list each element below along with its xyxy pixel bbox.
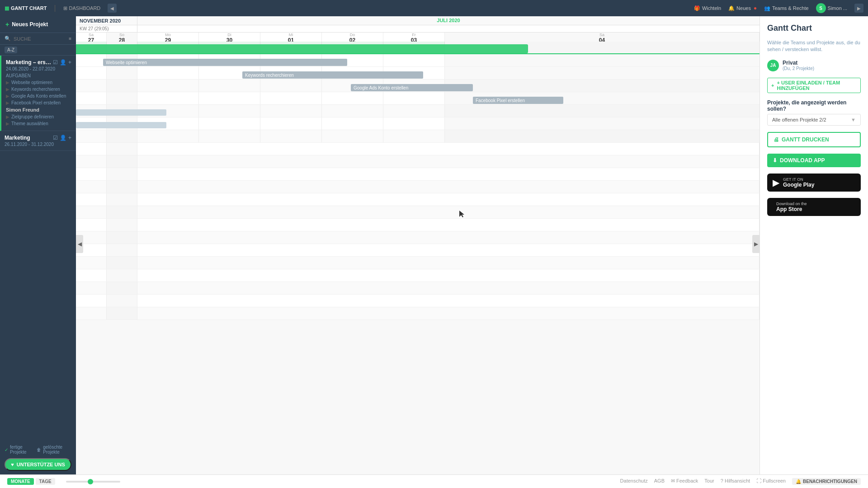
sort-bar: A-Z: [0, 45, 76, 56]
geloschte-projekte-legend: 🗑 gelöschte Projekte: [37, 445, 71, 455]
search-icon: 🔍: [5, 36, 11, 42]
print-gantt-button[interactable]: 🖨 GANTT DRUCKEN: [767, 132, 861, 147]
search-input[interactable]: [14, 36, 66, 42]
tour-link[interactable]: Tour: [704, 478, 714, 485]
agb-link[interactable]: AGB: [654, 478, 665, 485]
week-spacer: [137, 25, 760, 32]
sidebar-footer: ✓ fertige Projekte 🗑 gelöschte Projekte …: [0, 441, 76, 474]
wichteln-item[interactable]: 🎁 Wichteln: [694, 5, 721, 11]
dashboard-icon: ⊞: [63, 5, 67, 11]
task-row-8: [76, 155, 760, 168]
user-name-label: Simon ...: [828, 5, 847, 11]
projects-section-title: Projekte, die angezeigt werden sollen?: [767, 99, 861, 112]
arrow-icon: ▶: [6, 87, 9, 92]
day-name-30: Di: [227, 33, 231, 37]
benachrichtigungen-button[interactable]: 🔔 BENACHRICHTIGUNGEN: [792, 478, 861, 485]
task-row-3: [76, 92, 760, 105]
project-actions-1: ☑ 👤 +: [53, 59, 71, 66]
dashboard-label: DASHBOARD: [69, 5, 101, 11]
download-app-button[interactable]: ⬇ DOWNLOAD APP: [767, 154, 861, 167]
print-label: GANTT DRUCKEN: [782, 136, 829, 143]
sidebar: + Neues Projekt 🔍 ≡ A-Z Marketing – erst…: [0, 16, 76, 474]
person-task-1-2[interactable]: ▶ Theme auswählen: [6, 120, 71, 127]
arrow-icon: ▶: [6, 121, 9, 126]
neues-item[interactable]: 🔔 Neues: [728, 5, 757, 11]
fertige-label: fertige Projekte: [10, 445, 33, 455]
nav-dashboard[interactable]: ⊞ DASHBOARD: [63, 5, 101, 11]
project-more-icon-1[interactable]: +: [68, 59, 71, 66]
view-monate-label: MONATE: [11, 479, 30, 484]
task-row-19: [76, 295, 760, 307]
brand-icon: ▦: [5, 5, 9, 11]
task-item-1-4[interactable]: ▶ Facebook Pixel erstellen: [6, 99, 71, 106]
sort-label: A-Z: [7, 47, 14, 52]
task-item-1-2[interactable]: ▶ Keywords recherchieren: [6, 86, 71, 93]
sidebar-legend: ✓ fertige Projekte 🗑 gelöschte Projekte: [5, 445, 71, 455]
feedback-icon: ✉: [671, 478, 675, 483]
day-name-29: Mo: [165, 33, 171, 37]
project-user-icon-2[interactable]: 👤: [60, 135, 66, 141]
bell-icon: 🔔: [796, 479, 801, 484]
project-dates-2: 26.11.2020 - 31.12.2020: [5, 142, 71, 147]
gantt-right-arrow[interactable]: ▶: [752, 235, 760, 253]
help-icon: ?: [721, 478, 723, 483]
project-user-icon-1[interactable]: 👤: [60, 59, 66, 66]
task-name-1-4: Facebook Pixel erstellen: [11, 100, 61, 105]
day-name-28: So: [119, 33, 124, 37]
project-item-2[interactable]: Marketing ☑ 👤 + 26.11.2020 - 31.12.2020: [0, 131, 76, 151]
gantt-left-arrow[interactable]: ◀: [76, 235, 83, 253]
project-more-icon-2[interactable]: +: [68, 135, 71, 141]
feedback-link[interactable]: ✉ Feedback: [671, 478, 698, 485]
day-name-03: Fr: [412, 33, 416, 37]
gantt-months-container: NOVEMBER 2020 JULI 2020 KW 27 (29:05): [76, 16, 760, 41]
zoom-slider[interactable]: [66, 481, 120, 483]
gantt-body[interactable]: Webseite optimieren Keywords recherchier…: [76, 42, 760, 474]
hilfsansicht-link[interactable]: ? Hilfsansicht: [721, 478, 750, 485]
day-name-01: Mi: [289, 33, 293, 37]
google-play-text: GET IT ON Google Play: [783, 177, 814, 188]
view-tage-label: TAGE: [39, 479, 52, 484]
task-item-1-1[interactable]: ▶ Webseite optimieren: [6, 79, 71, 86]
task-item-1-3[interactable]: ▶ Google Ads Konto erstellen: [6, 93, 71, 99]
projects-dropdown[interactable]: Alle offenen Projekte 2/2 ▼: [767, 114, 861, 126]
download-label: DOWNLOAD APP: [780, 157, 825, 164]
expand-panel-button[interactable]: ▶: [854, 4, 863, 13]
week-row: KW 27 (29:05): [76, 25, 760, 33]
project-name-1: Marketing – erste...: [6, 59, 53, 66]
new-project-button[interactable]: + Neues Projekt: [0, 16, 76, 33]
person-task-1-1[interactable]: ▶ Zielgruppe definieren: [6, 113, 71, 120]
view-monate-button[interactable]: MONATE: [7, 478, 34, 485]
task-row-18: [76, 282, 760, 295]
sort-az-button[interactable]: A-Z: [5, 47, 17, 53]
teams-rechte-item[interactable]: 👥 Teams & Rechte: [764, 5, 809, 11]
datenschutz-link[interactable]: Datenschutz: [620, 478, 648, 485]
nav-brand[interactable]: ▦ GANTT CHART: [5, 5, 47, 11]
zoom-thumb[interactable]: [88, 479, 93, 484]
geloschte-label: gelöschte Projekte: [43, 445, 71, 455]
task-row-6: [76, 130, 760, 143]
project-actions-2: ☑ 👤 +: [53, 135, 71, 141]
view-tage-button[interactable]: TAGE: [36, 478, 55, 485]
project-item-1[interactable]: Marketing – erste... ☑ 👤 + 24.06.2020 - …: [0, 56, 76, 131]
user-item[interactable]: S Simon ...: [816, 3, 847, 13]
app-store-text: Download on the App Store: [776, 202, 807, 212]
top-nav: ▦ GANTT CHART | ⊞ DASHBOARD ◀ 🎁 Wichteln…: [0, 0, 868, 16]
collapse-sidebar-button[interactable]: ◀: [108, 4, 117, 13]
google-play-main: Google Play: [783, 182, 814, 188]
view-toggle: MONATE TAGE: [7, 478, 55, 485]
fullscreen-link[interactable]: ⛶ Fullscreen: [756, 478, 786, 485]
google-play-button[interactable]: ▶ GET IT ON Google Play: [767, 174, 861, 192]
day-name-02: Do: [350, 33, 355, 37]
app-store-button[interactable]: Download on the App Store: [767, 198, 861, 216]
project-checkbox-icon-2[interactable]: ☑: [53, 135, 58, 141]
plus-icon: +: [5, 21, 9, 28]
bottom-links: Datenschutz AGB ✉ Feedback Tour ? Hilfsa…: [620, 478, 861, 485]
support-button[interactable]: ♥ UNTERSTÜTZE UNS: [5, 458, 71, 471]
person-task-name-1-2: Theme auswählen: [11, 121, 48, 126]
add-user-button[interactable]: + + USER EINLADEN / TEAM HINZUFÜGEN: [767, 78, 861, 93]
project-gantt-row-1: [76, 42, 760, 54]
project-checkbox-icon-1[interactable]: ☑: [53, 59, 58, 66]
month-label-jul: JULI 2020: [137, 16, 760, 25]
person-task-name-1-1: Zielgruppe definieren: [11, 114, 54, 119]
feedback-label: Feedback: [676, 478, 698, 483]
